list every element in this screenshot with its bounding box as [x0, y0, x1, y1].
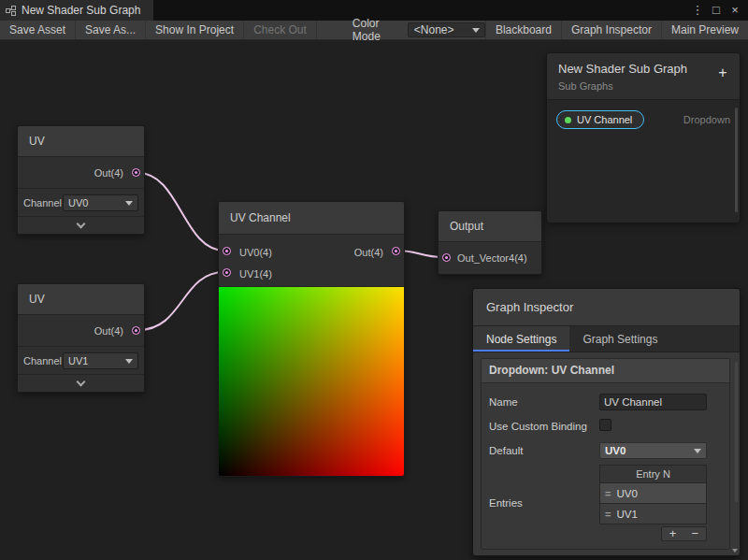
output-port-row: Out(4) [18, 315, 144, 346]
tab-title: New Shader Sub Graph [22, 4, 140, 17]
port-label: UV0(4) [239, 247, 272, 258]
channel-control-row: Channel UV0 [18, 188, 144, 216]
window-controls: ⋮ □ × [688, 0, 748, 21]
node-title[interactable]: UV [18, 126, 144, 157]
node-title[interactable]: Output [439, 211, 541, 242]
scroll-down-arrow-icon[interactable] [732, 549, 738, 553]
uv1-in-port[interactable] [223, 268, 231, 277]
check-out-button[interactable]: Check Out [244, 21, 317, 39]
maximize-icon[interactable]: □ [707, 0, 726, 21]
out-port[interactable] [392, 247, 400, 255]
entry-list-footer: + − [599, 526, 707, 541]
color-mode-dropdown[interactable]: <None> [408, 22, 485, 37]
uv-node-top[interactable]: UV Out(4) Channel UV0 [17, 125, 145, 235]
blackboard-item-row: UV Channel Dropdown [547, 108, 740, 132]
section-title: Dropdown: UV Channel [482, 359, 729, 383]
out-vector4-port[interactable] [442, 253, 451, 262]
default-label: Default [489, 444, 599, 457]
graph-inspector-panel[interactable]: Graph Inspector Node Settings Graph Sett… [472, 288, 741, 556]
entry-row-uv0[interactable]: = UV0 [599, 483, 707, 504]
input-port-row: Out_Vector4(4) [439, 242, 541, 274]
use-custom-binding-label: Use Custom Binding [489, 420, 599, 433]
use-custom-binding-checkbox[interactable] [599, 419, 611, 431]
tab-graph-settings[interactable]: Graph Settings [569, 326, 670, 352]
port-label: Out(4) [94, 325, 123, 337]
graph-canvas[interactable]: UV Out(4) Channel UV0 UV Out(4) [0, 40, 748, 560]
remove-entry-button[interactable]: − [683, 527, 706, 540]
node-title[interactable]: UV [18, 284, 144, 315]
uv-channel-property-pill[interactable]: UV Channel [556, 110, 644, 129]
chevron-down-icon [125, 201, 133, 206]
color-mode-label: Color Mode [345, 21, 408, 39]
name-input[interactable] [599, 394, 707, 410]
port-label: Out_Vector4(4) [457, 252, 527, 264]
default-dropdown[interactable]: UV0 [599, 442, 707, 459]
channel-label: Channel [23, 355, 63, 366]
custom-binding-row: Use Custom Binding [489, 418, 724, 435]
blackboard-subtitle: Sub Graphs [558, 80, 728, 92]
channel-dropdown[interactable]: UV1 [63, 352, 138, 369]
channel-value: UV0 [68, 197, 88, 208]
shader-graph-window: New Shader Sub Graph ⋮ □ × Save Asset Sa… [0, 0, 748, 560]
channel-dropdown[interactable]: UV0 [63, 194, 138, 211]
port-label: UV1(4) [239, 268, 272, 280]
node-title[interactable]: UV Channel [219, 202, 404, 235]
section-body: Name Use Custom Binding [482, 383, 729, 549]
chevron-down-icon [125, 359, 133, 364]
blackboard-title: New Shader Sub Graph [558, 62, 728, 76]
close-icon[interactable]: × [726, 0, 744, 21]
chevron-down-icon [77, 219, 86, 228]
channel-label: Channel [23, 197, 63, 208]
chevron-down-icon [694, 449, 701, 453]
show-in-project-button[interactable]: Show In Project [146, 21, 244, 39]
main-preview-toggle-button[interactable]: Main Preview [661, 21, 748, 39]
inspector-scrollbar[interactable] [735, 362, 738, 502]
chevron-down-icon [472, 28, 480, 33]
out-port[interactable] [132, 326, 140, 335]
dropdown-settings-section: Dropdown: UV Channel Name Use Custom Bin… [481, 358, 730, 550]
collapse-row[interactable] [18, 374, 144, 392]
wire-uv0[interactable] [138, 173, 224, 251]
toolbar-right-group: Blackboard Graph Inspector Main Preview [485, 21, 748, 39]
color-mode-value: <None> [414, 23, 454, 36]
entries-row: Entries Entry N = UV0 = UV1 [489, 465, 724, 541]
entries-label: Entries [489, 496, 599, 510]
inspector-content: Dropdown: UV Channel Name Use Custom Bin… [473, 352, 740, 555]
ports-section: UV0(4) UV1(4) Out(4) [219, 235, 404, 286]
window-menu-icon[interactable]: ⋮ [688, 0, 707, 21]
blackboard-header: New Shader Sub Graph Sub Graphs + [547, 53, 740, 100]
tab-node-settings[interactable]: Node Settings [473, 326, 569, 352]
drag-handle-icon[interactable]: = [605, 488, 611, 499]
collapse-row[interactable] [18, 216, 144, 234]
document-tab[interactable]: New Shader Sub Graph [0, 0, 153, 21]
default-field-row: Default UV0 [489, 442, 724, 459]
output-node[interactable]: Output Out_Vector4(4) [438, 210, 542, 275]
add-property-button[interactable]: + [715, 65, 730, 81]
uv-gradient-preview [219, 286, 404, 476]
toolbar: Save Asset Save As... Show In Project Ch… [0, 21, 748, 40]
chevron-down-icon [77, 377, 86, 386]
add-entry-button[interactable]: + [662, 527, 684, 540]
port-label: Out(4) [354, 247, 383, 258]
port-label: Out(4) [94, 167, 123, 179]
name-field-row: Name [489, 393, 724, 410]
graph-inspector-toggle-button[interactable]: Graph Inspector [561, 21, 661, 39]
out-port[interactable] [132, 168, 140, 177]
blackboard-body: UV Channel Dropdown [547, 100, 740, 223]
property-type: Dropdown [683, 114, 730, 125]
save-as-button[interactable]: Save As... [76, 21, 146, 39]
uv-node-bottom[interactable]: UV Out(4) Channel UV1 [17, 283, 145, 393]
uv-channel-node[interactable]: UV Channel UV0(4) UV1(4) Out(4) [218, 201, 405, 477]
save-asset-button[interactable]: Save Asset [0, 21, 76, 39]
drag-handle-icon[interactable]: = [605, 509, 611, 520]
wire-uv1[interactable] [138, 272, 224, 330]
shader-graph-icon [6, 6, 16, 16]
graph-inspector-title: Graph Inspector [473, 289, 740, 326]
entry-row-uv1[interactable]: = UV1 [599, 504, 707, 524]
blackboard-panel[interactable]: New Shader Sub Graph Sub Graphs + UV Cha… [546, 52, 741, 221]
entry-list-header: Entry N [599, 465, 707, 483]
uv0-in-port[interactable] [223, 247, 231, 255]
blackboard-scrollbar[interactable] [735, 108, 738, 212]
entry-value: UV1 [616, 509, 637, 520]
blackboard-toggle-button[interactable]: Blackboard [485, 21, 561, 39]
